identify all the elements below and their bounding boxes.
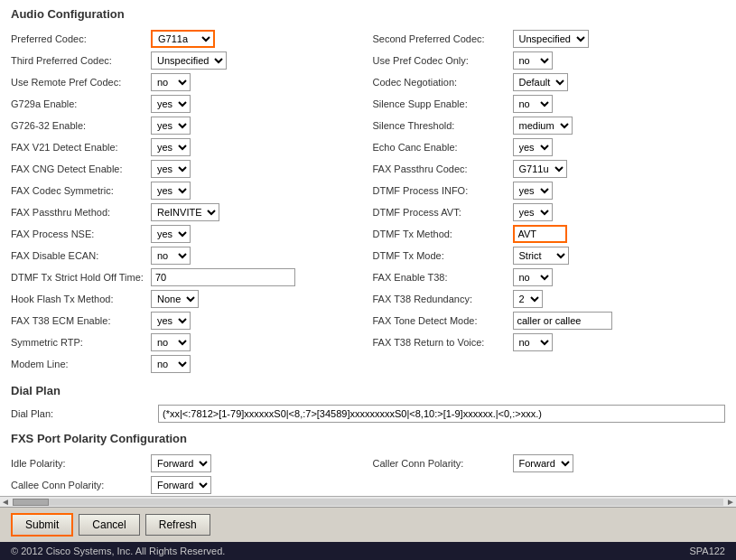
fax-enable-t38-select[interactable]: noyes: [513, 268, 553, 286]
codec-negotiation-row: Codec Negotiation: DefaultList: [373, 71, 726, 93]
echo-canc-enable-label: Echo Canc Enable:: [373, 142, 513, 153]
bottom-bar: Submit Cancel Refresh: [0, 507, 736, 542]
fax-enable-t38-label: FAX Enable T38:: [373, 272, 513, 283]
cancel-button[interactable]: Cancel: [79, 514, 139, 536]
fax-passthru-codec-select[interactable]: G711uG711a: [513, 160, 567, 178]
caller-conn-polarity-row: Caller Conn Polarity: ForwardReverse: [373, 453, 726, 474]
dtmf-tx-mode-label: DTMF Tx Mode:: [373, 250, 513, 261]
second-preferred-codec-select[interactable]: UnspecifiedG711aG711u: [513, 30, 589, 48]
dial-plan-input[interactable]: [158, 405, 725, 423]
silence-supp-enable-select[interactable]: noyes: [513, 95, 553, 113]
fax-process-nse-label: FAX Process NSE:: [11, 229, 151, 239]
fax-codec-symmetric-select[interactable]: yesno: [151, 182, 191, 200]
fax-t38-redundancy-select[interactable]: 0123: [513, 290, 543, 308]
idle-polarity-label: Idle Polarity:: [11, 458, 151, 469]
dtmf-process-info-select[interactable]: yesno: [513, 182, 553, 200]
fax-t38-redundancy-row: FAX T38 Redundancy: 0123: [373, 288, 726, 310]
dtmf-process-info-label: DTMF Process INFO:: [373, 185, 513, 196]
third-preferred-codec-row: Third Preferred Codec: UnspecifiedG711aG…: [11, 50, 364, 71]
callee-conn-polarity-select[interactable]: ForwardReverse: [151, 476, 211, 494]
fxs-right: Caller Conn Polarity: ForwardReverse: [373, 453, 726, 496]
g726-32-enable-select[interactable]: yesno: [151, 117, 191, 135]
fxs-grid: Idle Polarity: ForwardReverse Callee Con…: [11, 453, 725, 496]
caller-conn-polarity-select[interactable]: ForwardReverse: [513, 454, 573, 472]
fax-passthru-method-row: FAX Passthru Method: ReINVITENoneNSE: [11, 201, 364, 223]
fax-t38-return-to-voice-select[interactable]: noyes: [513, 333, 553, 351]
modem-line-row: Modem Line: noyes: [11, 353, 364, 375]
fax-tone-detect-mode-row: FAX Tone Detect Mode:: [373, 310, 726, 331]
scrollbar-thumb[interactable]: [13, 499, 49, 506]
scrollbar[interactable]: ◄ ►: [0, 496, 736, 507]
dtmf-process-avt-select[interactable]: yesno: [513, 203, 553, 221]
dtmf-tx-mode-select[interactable]: StrictNormal: [513, 247, 569, 265]
fax-disable-ecan-row: FAX Disable ECAN: noyes: [11, 245, 364, 266]
refresh-button[interactable]: Refresh: [145, 514, 210, 536]
hook-flash-tx-method-row: Hook Flash Tx Method: NoneAVTINFO: [11, 288, 364, 310]
fax-enable-t38-row: FAX Enable T38: noyes: [373, 266, 726, 288]
caller-conn-polarity-label: Caller Conn Polarity:: [373, 458, 513, 469]
use-pref-codec-only-select[interactable]: noyes: [513, 51, 553, 70]
fax-t38-ecm-enable-row: FAX T38 ECM Enable: yesno: [11, 310, 364, 331]
dtmf-strict-hold-off-row: DTMF Tx Strict Hold Off Time:: [11, 266, 364, 288]
silence-supp-enable-label: Silence Supp Enable:: [373, 98, 513, 109]
fax-disable-ecan-select[interactable]: noyes: [151, 247, 191, 265]
fax-codec-symmetric-row: FAX Codec Symmetric: yesno: [11, 180, 364, 201]
hook-flash-tx-method-select[interactable]: NoneAVTINFO: [151, 290, 199, 308]
fax-passthru-method-select[interactable]: ReINVITENoneNSE: [151, 203, 219, 221]
fax-v21-detect-label: FAX V21 Detect Enable:: [11, 142, 151, 153]
idle-polarity-select[interactable]: ForwardReverse: [151, 454, 211, 472]
fax-cng-detect-select[interactable]: yesno: [151, 160, 191, 178]
fax-t38-return-to-voice-label: FAX T38 Return to Voice:: [373, 337, 513, 348]
audio-form-grid: Preferred Codec: G711aG711uG722G726-32G7…: [11, 28, 725, 375]
dtmf-process-avt-row: DTMF Process AVT: yesno: [373, 201, 726, 223]
submit-button[interactable]: Submit: [11, 513, 73, 537]
symmetric-rtp-label: Symmetric RTP:: [11, 337, 151, 348]
fax-passthru-codec-row: FAX Passthru Codec: G711uG711a: [373, 158, 726, 180]
echo-canc-enable-select[interactable]: yesno: [513, 138, 553, 156]
modem-line-select[interactable]: noyes: [151, 355, 191, 373]
g729a-enable-row: G729a Enable: yesno: [11, 93, 364, 115]
second-preferred-codec-label: Second Preferred Codec:: [373, 33, 513, 44]
dtmf-strict-hold-off-label: DTMF Tx Strict Hold Off Time:: [11, 272, 151, 283]
fax-codec-symmetric-label: FAX Codec Symmetric:: [11, 185, 151, 196]
silence-threshold-select[interactable]: mediumlowhigh: [513, 117, 573, 135]
codec-negotiation-select[interactable]: DefaultList: [513, 73, 568, 91]
model-text: SPA122: [689, 546, 725, 556]
third-preferred-codec-label: Third Preferred Codec:: [11, 55, 151, 66]
use-remote-pref-codec-label: Use Remote Pref Codec:: [11, 77, 151, 88]
main-content: Audio Configuration Preferred Codec: G71…: [0, 0, 736, 542]
fax-passthru-method-label: FAX Passthru Method:: [11, 207, 151, 218]
fax-v21-detect-select[interactable]: yesno: [151, 138, 191, 156]
preferred-codec-select[interactable]: G711aG711uG722G726-32G729a: [151, 30, 215, 48]
silence-threshold-label: Silence Threshold:: [373, 120, 513, 131]
dial-plan-label: Dial Plan:: [11, 408, 151, 419]
fax-process-nse-select[interactable]: yesno: [151, 225, 191, 243]
third-preferred-codec-select[interactable]: UnspecifiedG711aG711u: [151, 51, 227, 70]
silence-supp-enable-row: Silence Supp Enable: noyes: [373, 93, 726, 115]
fax-t38-return-to-voice-row: FAX T38 Return to Voice: noyes: [373, 331, 726, 353]
fxs-left: Idle Polarity: ForwardReverse Callee Con…: [11, 453, 364, 496]
idle-polarity-row: Idle Polarity: ForwardReverse: [11, 453, 364, 474]
g726-32-enable-label: G726-32 Enable:: [11, 120, 151, 131]
use-remote-pref-codec-select[interactable]: noyes: [151, 73, 191, 91]
dtmf-strict-hold-off-input[interactable]: [151, 268, 295, 286]
symmetric-rtp-row: Symmetric RTP: noyes: [11, 331, 364, 353]
footer: © 2012 Cisco Systems, Inc. All Rights Re…: [0, 542, 736, 560]
dial-plan-section: Dial Plan Dial Plan:: [11, 384, 725, 423]
audio-left-col: Preferred Codec: G711aG711uG722G726-32G7…: [11, 28, 364, 375]
copyright-text: © 2012 Cisco Systems, Inc. All Rights Re…: [11, 546, 225, 556]
fxs-title: FXS Port Polarity Configuration: [11, 432, 725, 447]
fax-tone-detect-mode-input[interactable]: [513, 312, 612, 330]
g729a-enable-select[interactable]: yesno: [151, 95, 191, 113]
dtmf-tx-method-input[interactable]: [513, 225, 567, 243]
symmetric-rtp-select[interactable]: noyes: [151, 333, 191, 351]
codec-negotiation-label: Codec Negotiation:: [373, 77, 513, 88]
g726-32-enable-row: G726-32 Enable: yesno: [11, 115, 364, 136]
fax-t38-ecm-enable-select[interactable]: yesno: [151, 312, 191, 330]
callee-conn-polarity-row: Callee Conn Polarity: ForwardReverse: [11, 474, 364, 496]
fax-t38-ecm-enable-label: FAX T38 ECM Enable:: [11, 315, 151, 326]
scroll-area[interactable]: Audio Configuration Preferred Codec: G71…: [0, 0, 736, 496]
hook-flash-tx-method-label: Hook Flash Tx Method:: [11, 294, 151, 304]
scrollbar-track[interactable]: [13, 499, 723, 506]
fax-v21-detect-row: FAX V21 Detect Enable: yesno: [11, 136, 364, 158]
